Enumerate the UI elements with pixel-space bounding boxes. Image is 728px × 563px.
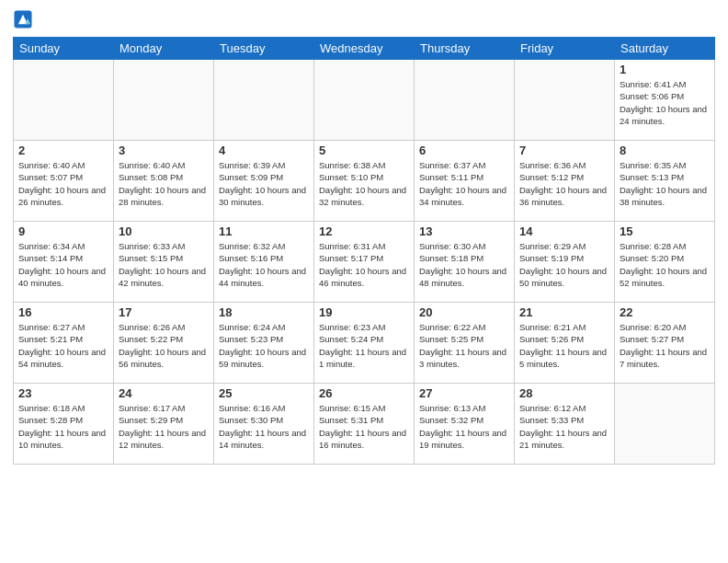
- day-info: Sunrise: 6:37 AM Sunset: 5:11 PM Dayligh…: [419, 159, 509, 208]
- day-info: Sunrise: 6:41 AM Sunset: 5:06 PM Dayligh…: [620, 78, 710, 127]
- day-info: Sunrise: 6:40 AM Sunset: 5:08 PM Dayligh…: [119, 159, 209, 208]
- weekday-header-saturday: Saturday: [615, 38, 715, 60]
- day-cell-28: 28Sunrise: 6:12 AM Sunset: 5:33 PM Dayli…: [515, 384, 615, 465]
- day-cell-1: 1Sunrise: 6:41 AM Sunset: 5:06 PM Daylig…: [615, 60, 715, 141]
- day-info: Sunrise: 6:18 AM Sunset: 5:28 PM Dayligh…: [18, 402, 108, 451]
- day-number: 17: [119, 305, 209, 319]
- empty-cell: [114, 60, 214, 141]
- empty-cell: [214, 60, 314, 141]
- day-number: 28: [519, 386, 609, 400]
- day-number: 22: [620, 305, 710, 319]
- day-cell-26: 26Sunrise: 6:15 AM Sunset: 5:31 PM Dayli…: [314, 384, 415, 465]
- day-number: 14: [519, 224, 609, 238]
- day-number: 16: [18, 305, 108, 319]
- day-info: Sunrise: 6:26 AM Sunset: 5:22 PM Dayligh…: [119, 321, 209, 370]
- day-cell-15: 15Sunrise: 6:28 AM Sunset: 5:20 PM Dayli…: [615, 222, 715, 303]
- day-cell-25: 25Sunrise: 6:16 AM Sunset: 5:30 PM Dayli…: [214, 384, 314, 465]
- day-cell-24: 24Sunrise: 6:17 AM Sunset: 5:29 PM Dayli…: [114, 384, 214, 465]
- weekday-row: SundayMondayTuesdayWednesdayThursdayFrid…: [14, 38, 715, 60]
- day-number: 7: [519, 144, 609, 157]
- day-number: 3: [119, 144, 209, 157]
- day-info: Sunrise: 6:15 AM Sunset: 5:31 PM Dayligh…: [319, 402, 409, 451]
- day-cell-23: 23Sunrise: 6:18 AM Sunset: 5:28 PM Dayli…: [14, 384, 114, 465]
- calendar-header: SundayMondayTuesdayWednesdayThursdayFrid…: [14, 38, 715, 60]
- day-info: Sunrise: 6:34 AM Sunset: 5:14 PM Dayligh…: [18, 240, 108, 289]
- day-cell-12: 12Sunrise: 6:31 AM Sunset: 5:17 PM Dayli…: [314, 222, 415, 303]
- day-info: Sunrise: 6:28 AM Sunset: 5:20 PM Dayligh…: [620, 240, 710, 289]
- day-info: Sunrise: 6:29 AM Sunset: 5:19 PM Dayligh…: [519, 240, 609, 289]
- day-cell-2: 2Sunrise: 6:40 AM Sunset: 5:07 PM Daylig…: [14, 141, 114, 222]
- week-row-4: 23Sunrise: 6:18 AM Sunset: 5:28 PM Dayli…: [14, 384, 715, 465]
- day-number: 19: [319, 305, 409, 319]
- day-cell-20: 20Sunrise: 6:22 AM Sunset: 5:25 PM Dayli…: [415, 303, 515, 384]
- day-cell-19: 19Sunrise: 6:23 AM Sunset: 5:24 PM Dayli…: [314, 303, 415, 384]
- day-info: Sunrise: 6:31 AM Sunset: 5:17 PM Dayligh…: [319, 240, 409, 289]
- empty-cell: [615, 384, 715, 465]
- day-number: 5: [319, 144, 409, 157]
- weekday-header-friday: Friday: [515, 38, 615, 60]
- logo: [13, 9, 35, 29]
- weekday-header-sunday: Sunday: [14, 38, 114, 60]
- day-number: 15: [620, 224, 710, 238]
- day-cell-10: 10Sunrise: 6:33 AM Sunset: 5:15 PM Dayli…: [114, 222, 214, 303]
- day-cell-3: 3Sunrise: 6:40 AM Sunset: 5:08 PM Daylig…: [114, 141, 214, 222]
- day-info: Sunrise: 6:13 AM Sunset: 5:32 PM Dayligh…: [419, 402, 509, 451]
- day-cell-7: 7Sunrise: 6:36 AM Sunset: 5:12 PM Daylig…: [515, 141, 615, 222]
- weekday-header-monday: Monday: [114, 38, 214, 60]
- day-number: 13: [419, 224, 509, 238]
- week-row-2: 9Sunrise: 6:34 AM Sunset: 5:14 PM Daylig…: [14, 222, 715, 303]
- day-number: 18: [219, 305, 309, 319]
- day-cell-21: 21Sunrise: 6:21 AM Sunset: 5:26 PM Dayli…: [515, 303, 615, 384]
- header: [13, 9, 715, 29]
- day-cell-27: 27Sunrise: 6:13 AM Sunset: 5:32 PM Dayli…: [415, 384, 515, 465]
- day-info: Sunrise: 6:32 AM Sunset: 5:16 PM Dayligh…: [219, 240, 309, 289]
- day-number: 6: [419, 144, 509, 157]
- day-info: Sunrise: 6:22 AM Sunset: 5:25 PM Dayligh…: [419, 321, 509, 370]
- empty-cell: [314, 60, 415, 141]
- weekday-header-thursday: Thursday: [415, 38, 515, 60]
- day-number: 27: [419, 386, 509, 400]
- week-row-1: 2Sunrise: 6:40 AM Sunset: 5:07 PM Daylig…: [14, 141, 715, 222]
- day-info: Sunrise: 6:35 AM Sunset: 5:13 PM Dayligh…: [620, 159, 710, 208]
- day-cell-18: 18Sunrise: 6:24 AM Sunset: 5:23 PM Dayli…: [214, 303, 314, 384]
- page: SundayMondayTuesdayWednesdayThursdayFrid…: [0, 0, 728, 563]
- day-cell-13: 13Sunrise: 6:30 AM Sunset: 5:18 PM Dayli…: [415, 222, 515, 303]
- day-cell-6: 6Sunrise: 6:37 AM Sunset: 5:11 PM Daylig…: [415, 141, 515, 222]
- day-number: 12: [319, 224, 409, 238]
- day-info: Sunrise: 6:36 AM Sunset: 5:12 PM Dayligh…: [519, 159, 609, 208]
- day-info: Sunrise: 6:16 AM Sunset: 5:30 PM Dayligh…: [219, 402, 309, 451]
- day-info: Sunrise: 6:17 AM Sunset: 5:29 PM Dayligh…: [119, 402, 209, 451]
- day-cell-5: 5Sunrise: 6:38 AM Sunset: 5:10 PM Daylig…: [314, 141, 415, 222]
- empty-cell: [415, 60, 515, 141]
- day-info: Sunrise: 6:40 AM Sunset: 5:07 PM Dayligh…: [18, 159, 108, 208]
- day-cell-14: 14Sunrise: 6:29 AM Sunset: 5:19 PM Dayli…: [515, 222, 615, 303]
- day-info: Sunrise: 6:24 AM Sunset: 5:23 PM Dayligh…: [219, 321, 309, 370]
- calendar-body: 1Sunrise: 6:41 AM Sunset: 5:06 PM Daylig…: [14, 60, 715, 465]
- day-info: Sunrise: 6:27 AM Sunset: 5:21 PM Dayligh…: [18, 321, 108, 370]
- day-number: 21: [519, 305, 609, 319]
- day-number: 2: [18, 144, 108, 157]
- calendar-table: SundayMondayTuesdayWednesdayThursdayFrid…: [13, 37, 715, 465]
- day-number: 24: [119, 386, 209, 400]
- day-cell-9: 9Sunrise: 6:34 AM Sunset: 5:14 PM Daylig…: [14, 222, 114, 303]
- empty-cell: [14, 60, 114, 141]
- day-cell-17: 17Sunrise: 6:26 AM Sunset: 5:22 PM Dayli…: [114, 303, 214, 384]
- day-info: Sunrise: 6:38 AM Sunset: 5:10 PM Dayligh…: [319, 159, 409, 208]
- day-number: 9: [18, 224, 108, 238]
- day-number: 8: [620, 144, 710, 157]
- day-cell-4: 4Sunrise: 6:39 AM Sunset: 5:09 PM Daylig…: [214, 141, 314, 222]
- day-number: 26: [319, 386, 409, 400]
- week-row-0: 1Sunrise: 6:41 AM Sunset: 5:06 PM Daylig…: [14, 60, 715, 141]
- empty-cell: [515, 60, 615, 141]
- day-number: 10: [119, 224, 209, 238]
- week-row-3: 16Sunrise: 6:27 AM Sunset: 5:21 PM Dayli…: [14, 303, 715, 384]
- weekday-header-wednesday: Wednesday: [314, 38, 415, 60]
- day-cell-8: 8Sunrise: 6:35 AM Sunset: 5:13 PM Daylig…: [615, 141, 715, 222]
- logo-icon: [13, 9, 33, 29]
- day-number: 1: [620, 63, 710, 76]
- day-info: Sunrise: 6:33 AM Sunset: 5:15 PM Dayligh…: [119, 240, 209, 289]
- day-info: Sunrise: 6:39 AM Sunset: 5:09 PM Dayligh…: [219, 159, 309, 208]
- day-info: Sunrise: 6:20 AM Sunset: 5:27 PM Dayligh…: [620, 321, 710, 370]
- day-cell-11: 11Sunrise: 6:32 AM Sunset: 5:16 PM Dayli…: [214, 222, 314, 303]
- day-info: Sunrise: 6:12 AM Sunset: 5:33 PM Dayligh…: [519, 402, 609, 451]
